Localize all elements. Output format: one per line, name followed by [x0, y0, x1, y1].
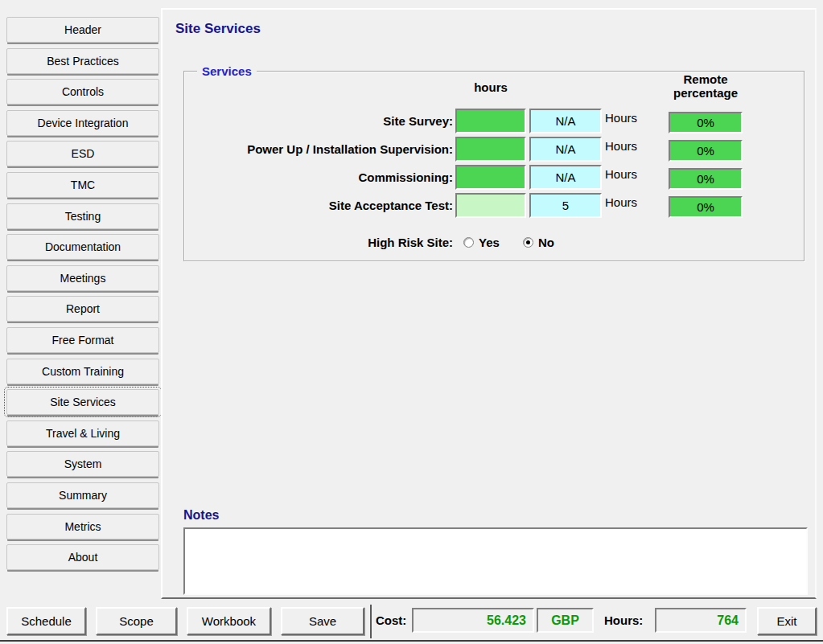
site-acceptance-test-remote-percentage[interactable]: 0% [669, 196, 743, 218]
high-risk-no-label[interactable]: No [538, 236, 554, 249]
sidebar-item-controls[interactable]: Controls [6, 79, 159, 105]
power-up-hours-display: N/A [529, 137, 602, 162]
cost-label: Cost: [376, 613, 406, 627]
power-up-hours-unit: Hours [605, 139, 637, 153]
scope-button[interactable]: Scope [96, 607, 177, 635]
hours-total-field: 764 [655, 608, 747, 633]
commissioning-label: Commissioning: [185, 165, 453, 190]
high-risk-site-label: High Risk Site: [185, 230, 453, 255]
sidebar-item-header[interactable]: Header [6, 17, 159, 43]
sidebar-item-about[interactable]: About [6, 544, 159, 570]
sidebar-item-metrics[interactable]: Metrics [6, 514, 159, 539]
sidebar-item-documentation[interactable]: Documentation [6, 234, 159, 260]
site-acceptance-test-hours-input[interactable] [455, 193, 526, 218]
sidebar-item-testing[interactable]: Testing [6, 203, 159, 229]
commissioning-hours-input[interactable] [455, 165, 526, 190]
workbook-button[interactable]: Workbook [187, 607, 271, 635]
sidebar-item-summary[interactable]: Summary [6, 482, 159, 508]
power-up-label: Power Up / Installation Supervision: [185, 137, 453, 162]
site-acceptance-test-hours-unit: Hours [605, 195, 637, 209]
high-risk-yes-radio[interactable] [463, 237, 474, 248]
site-survey-hours-input[interactable] [455, 109, 526, 133]
application-window: Header Best Practices Controls Device In… [0, 0, 823, 644]
cost-value-field: 56.423 [412, 608, 534, 633]
power-up-remote-percentage[interactable]: 0% [669, 140, 743, 162]
sidebar-navigation: Header Best Practices Controls Device In… [6, 17, 159, 576]
commissioning-remote-percentage[interactable]: 0% [669, 168, 743, 190]
notes-textarea[interactable] [183, 527, 808, 595]
exit-button[interactable]: Exit [757, 607, 817, 635]
commissioning-hours-unit: Hours [605, 167, 637, 181]
site-survey-remote-percentage[interactable]: 0% [669, 112, 743, 133]
sidebar-item-tmc[interactable]: TMC [6, 172, 159, 198]
toolbar-divider [370, 605, 372, 638]
site-survey-label: Site Survey: [185, 109, 453, 133]
site-survey-hours-display: N/A [529, 109, 602, 133]
power-up-hours-input[interactable] [455, 137, 526, 162]
high-risk-yes-label[interactable]: Yes [479, 236, 500, 249]
sidebar-item-device-integration[interactable]: Device Integration [6, 110, 159, 136]
hours-column-header: hours [451, 80, 531, 94]
window-bottom-edge [0, 640, 823, 642]
sidebar-item-esd[interactable]: ESD [6, 141, 159, 166]
schedule-button[interactable]: Schedule [6, 607, 86, 635]
site-acceptance-test-label: Site Acceptance Test: [185, 193, 453, 218]
sidebar-item-report[interactable]: Report [6, 296, 159, 322]
high-risk-no-radio[interactable] [523, 237, 533, 248]
hours-total-label: Hours: [604, 613, 643, 627]
sidebar-item-meetings[interactable]: Meetings [6, 265, 159, 291]
sidebar-item-site-services[interactable]: Site Services [6, 389, 159, 415]
services-group-label: Services [197, 64, 257, 78]
commissioning-hours-display: N/A [529, 165, 602, 190]
site-acceptance-test-hours-display: 5 [529, 193, 602, 218]
sidebar-item-system[interactable]: System [6, 451, 159, 477]
sidebar-item-travel-living[interactable]: Travel & Living [6, 420, 159, 446]
remote-percentage-column-header: Remote percentage [658, 72, 753, 100]
sidebar-item-custom-training[interactable]: Custom Training [6, 359, 159, 384]
sidebar-item-best-practices[interactable]: Best Practices [6, 48, 159, 74]
notes-label: Notes [183, 508, 219, 523]
currency-field: GBP [537, 608, 594, 633]
sidebar-item-free-format[interactable]: Free Format [6, 327, 159, 353]
save-button[interactable]: Save [281, 607, 364, 635]
page-title: Site Services [175, 21, 261, 37]
site-survey-hours-unit: Hours [605, 111, 637, 125]
